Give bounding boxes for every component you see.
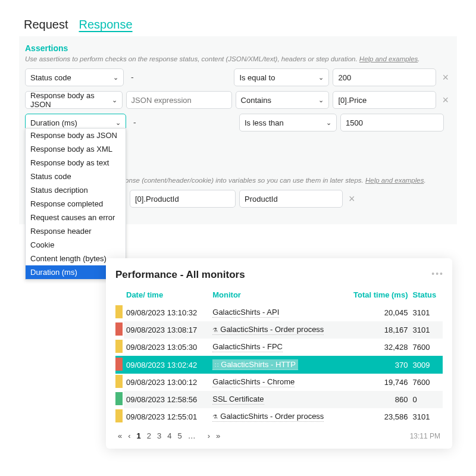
performance-title: Performance - All monitors <box>115 269 443 281</box>
cell-monitor[interactable]: GalacticShirts - Chrome <box>210 374 343 391</box>
flask-icon: ⚗ <box>212 414 218 420</box>
status-indicator <box>115 392 123 405</box>
variables-hint-text: onse (content/header/cookie) into variab… <box>125 177 364 184</box>
tab-response[interactable]: Response <box>79 18 133 32</box>
table-row[interactable]: 09/08/2023 12:58:56SSL Certificate8600 <box>115 391 443 408</box>
pager-last[interactable]: » <box>216 431 220 440</box>
col-datetime[interactable]: Date/ time <box>124 287 210 304</box>
cell-monitor[interactable]: ⚗GalacticShirts - Order process <box>210 408 343 425</box>
status-indicator <box>115 305 123 318</box>
cell-totaltime: 19,746 <box>343 374 411 391</box>
dropdown-option[interactable]: Response completed <box>26 197 126 211</box>
grid-icon: ∷ <box>215 362 218 368</box>
pager-time: 13:11 PM <box>410 432 440 440</box>
assertions-help-link[interactable]: Help and examples <box>359 55 418 62</box>
chevron-down-icon: ⌄ <box>318 74 324 82</box>
cell-status: 0 <box>411 391 443 408</box>
col-totaltime[interactable]: Total time (ms) <box>343 287 411 304</box>
cell-status: 7600 <box>411 339 443 356</box>
pager-page[interactable]: 1 <box>137 431 141 440</box>
col-status[interactable]: Status <box>411 287 443 304</box>
table-row[interactable]: 09/08/2023 13:02:42∷GalacticShirts - HTT… <box>115 356 443 374</box>
chevron-down-icon: ⌄ <box>112 96 117 104</box>
cell-totaltime: 860 <box>343 391 411 408</box>
dropdown-option[interactable]: Request causes an error <box>26 211 126 224</box>
assertion-row: Response body as JSON ⌄ Contains ⌄ × <box>25 91 451 109</box>
table-row[interactable]: 09/08/2023 13:05:30GalacticShirts - FPC3… <box>115 339 443 356</box>
pager-page[interactable]: 4 <box>167 431 171 440</box>
tab-request[interactable]: Request <box>24 18 68 32</box>
dropdown-option[interactable]: Response body as JSON <box>26 129 126 142</box>
assertion-expression-dash: - <box>130 118 236 127</box>
assertion-source-dropdown[interactable]: Response body as JSONResponse body as XM… <box>25 128 126 280</box>
assertion-source-label: Status code <box>30 73 71 82</box>
table-row[interactable]: 09/08/2023 13:10:32GalacticShirts - API2… <box>115 304 443 321</box>
pager-page[interactable]: … <box>188 431 196 440</box>
dropdown-option[interactable]: Cookie <box>26 238 126 252</box>
status-indicator <box>115 322 123 336</box>
variables-help-link[interactable]: Help and examples <box>365 177 424 184</box>
cell-datetime: 09/08/2023 13:02:42 <box>124 356 210 374</box>
assertion-value-input[interactable] <box>340 114 444 131</box>
pager-page[interactable]: 2 <box>147 431 151 440</box>
performance-card: Performance - All monitors ••• Date/ tim… <box>106 258 452 449</box>
flask-icon: ⚗ <box>212 327 218 333</box>
cell-status: 3009 <box>411 356 443 374</box>
cell-datetime: 09/08/2023 12:58:56 <box>124 391 210 408</box>
assertion-value-input[interactable] <box>333 91 436 109</box>
cell-status: 3101 <box>411 304 443 321</box>
variable-remove-button[interactable]: × <box>346 193 358 204</box>
assertion-source-select[interactable]: Status code ⌄ <box>25 68 124 86</box>
assertion-remove-button[interactable]: × <box>440 72 451 83</box>
cell-datetime: 09/08/2023 13:00:12 <box>124 374 210 391</box>
cell-status: 3101 <box>411 408 443 425</box>
pager-prev[interactable]: ‹ <box>128 431 130 440</box>
dropdown-option[interactable]: Response body as text <box>26 156 126 170</box>
status-indicator <box>115 409 123 422</box>
variable-name-input[interactable] <box>239 190 343 208</box>
assertion-operator-label: Is less than <box>245 118 284 127</box>
assertion-source-label: Response body as JSON <box>30 91 112 109</box>
pager-page[interactable]: 5 <box>178 431 182 440</box>
cell-datetime: 09/08/2023 13:08:17 <box>124 321 210 339</box>
cell-monitor[interactable]: SSL Certificate <box>210 391 343 408</box>
more-icon[interactable]: ••• <box>431 269 444 278</box>
chevron-down-icon: ⌄ <box>318 96 324 104</box>
assertion-operator-label: Is equal to <box>239 73 275 82</box>
cell-monitor[interactable]: ∷GalacticShirts - HTTP <box>210 356 343 374</box>
cell-monitor[interactable]: ⚗GalacticShirts - Order process <box>210 321 343 339</box>
cell-monitor[interactable]: GalacticShirts - FPC <box>210 339 343 356</box>
table-row[interactable]: 09/08/2023 13:00:12GalacticShirts - Chro… <box>115 374 443 391</box>
assertion-operator-select[interactable]: Is less than ⌄ <box>239 114 337 131</box>
assertion-remove-button[interactable]: × <box>440 95 451 105</box>
assertion-source-select[interactable]: Response body as JSON ⌄ <box>25 91 123 109</box>
dropdown-option[interactable]: Status decription <box>26 183 126 197</box>
cell-totaltime: 18,167 <box>343 321 411 339</box>
variable-expression-input[interactable] <box>130 190 236 208</box>
cell-totaltime: 23,586 <box>343 408 411 425</box>
assertion-expression-input[interactable] <box>126 91 232 109</box>
assertion-source-label: Duration (ms) <box>30 118 77 127</box>
assertions-hint-text: Use assertions to perform checks on the … <box>25 55 358 62</box>
table-row[interactable]: 09/08/2023 13:08:17⚗GalacticShirts - Ord… <box>115 321 443 339</box>
pager-first[interactable]: « <box>118 431 122 440</box>
assertion-operator-select[interactable]: Is equal to ⌄ <box>234 68 329 86</box>
assertion-operator-select[interactable]: Contains ⌄ <box>236 91 330 109</box>
pager-page[interactable]: 3 <box>157 431 161 440</box>
tab-bar: Request Response <box>0 0 476 36</box>
status-indicator <box>115 358 123 371</box>
performance-table: Date/ time Monitor Total time (ms) Statu… <box>115 287 443 425</box>
assertion-value-input[interactable] <box>333 68 436 86</box>
cell-monitor[interactable]: GalacticShirts - API <box>210 304 343 321</box>
cell-datetime: 09/08/2023 13:05:30 <box>124 339 210 356</box>
cell-datetime: 09/08/2023 12:55:01 <box>124 408 210 425</box>
dropdown-option[interactable]: Status code <box>26 170 126 183</box>
table-row[interactable]: 09/08/2023 12:55:01⚗GalacticShirts - Ord… <box>115 408 443 425</box>
col-monitor[interactable]: Monitor <box>210 287 343 304</box>
cell-datetime: 09/08/2023 13:10:32 <box>124 304 210 321</box>
pager-next[interactable]: › <box>208 431 210 440</box>
dropdown-option[interactable]: Response body as XML <box>26 142 126 156</box>
dropdown-option[interactable]: Response header <box>26 224 126 238</box>
assertion-expression-dash: - <box>127 73 230 82</box>
cell-status: 7600 <box>411 374 443 391</box>
